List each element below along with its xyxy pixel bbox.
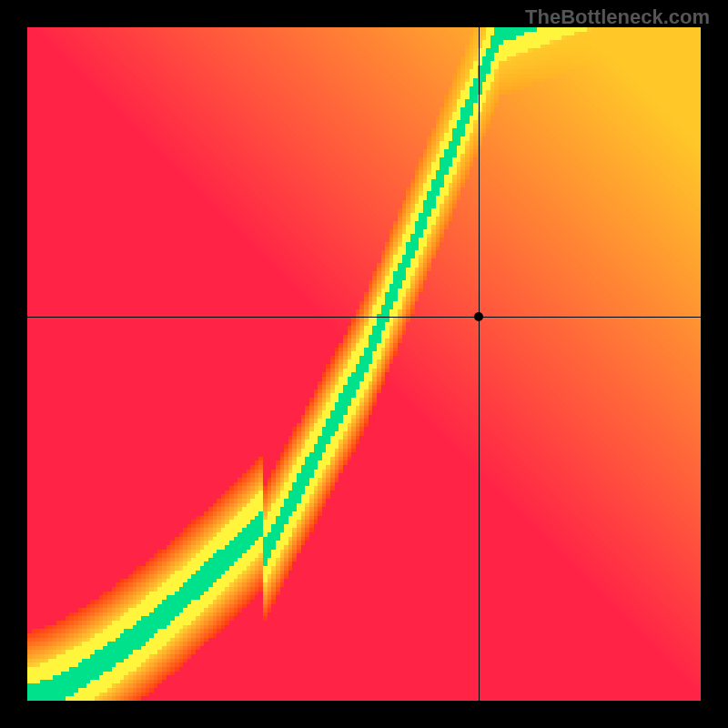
heatmap-plot xyxy=(27,27,701,701)
watermark-text: TheBottleneck.com xyxy=(525,5,710,29)
crosshair-vertical xyxy=(479,27,480,701)
chart-frame: TheBottleneck.com xyxy=(0,0,728,728)
selected-point-marker xyxy=(474,312,483,321)
crosshair-horizontal xyxy=(27,317,701,318)
heatmap-canvas xyxy=(27,27,701,701)
